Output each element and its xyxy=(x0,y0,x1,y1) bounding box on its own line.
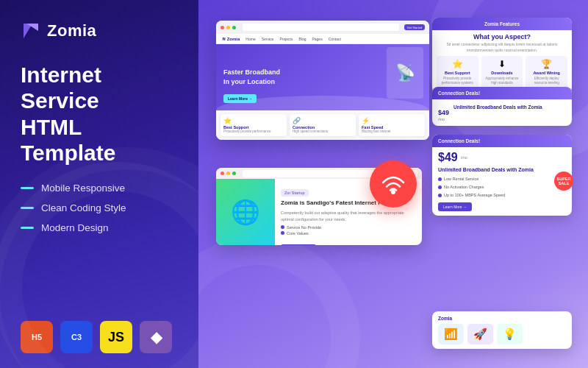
top-right-card: Zomia Features What you Aspect? Sit amet… xyxy=(432,18,572,93)
feature-item-1: Mobile Responsive xyxy=(21,183,178,194)
nav-service: Service xyxy=(262,37,274,41)
browser-url-bar xyxy=(243,24,399,31)
get-started-btn[interactable]: Get Started xyxy=(404,24,425,30)
feature-dash-3 xyxy=(21,227,34,229)
nav-projects: Projects xyxy=(279,37,293,41)
nav-blog: Blog xyxy=(298,37,306,41)
bm2-features: Service No Provide Core Values xyxy=(281,225,416,236)
bottom-icon-wifi: 📶 xyxy=(438,324,464,344)
deal2-period: /mo xyxy=(461,155,467,161)
deal2-header: Connection Deals! xyxy=(432,135,572,147)
deal1-body: $49 /mo Unlimited Broadband Deals with Z… xyxy=(432,99,572,126)
badge-html5: H5 xyxy=(21,321,53,353)
bm2-feat-dot-2 xyxy=(281,231,284,235)
mockup-logo: ≋ Zomia xyxy=(222,36,240,41)
super-sale-badge: SUPERSALE xyxy=(554,171,573,191)
bm2-dot-yellow xyxy=(226,171,230,175)
bottom-icon-rocket: 🚀 xyxy=(467,324,493,344)
logo-area: Zomia xyxy=(21,21,178,41)
card-connection: 🔗 Connection High speed connections xyxy=(290,114,356,136)
nav-home: Home xyxy=(245,37,255,41)
bm2-feat-1: Service No Provide xyxy=(281,225,416,230)
browser-mockup-main: Get Started ≋ Zomia Home Service Project… xyxy=(216,21,429,140)
trc-feat-support: ⭐ Best Support Proactively provide perfo… xyxy=(437,56,478,89)
award-icon: 🏆 xyxy=(541,59,552,69)
connection-deal-2-wrapper: Connection Deals! $49 /mo Unlimited Broa… xyxy=(432,135,572,216)
feat-dot-1 xyxy=(438,177,442,181)
bm2-dot-green xyxy=(232,171,236,175)
mockup-hero: Faster BroadbandIn your Location Learn M… xyxy=(216,44,429,110)
deal2-feat-1: Low Rental Service xyxy=(438,176,566,183)
tech-badges: H5 C3 JS ◆ xyxy=(21,314,178,353)
browser-dot-red xyxy=(220,26,224,29)
badge-css3: C3 xyxy=(60,321,93,353)
mockup-nav: ≋ Zomia Home Service Projects Blog Pages… xyxy=(216,34,429,44)
download-icon: ⬇ xyxy=(498,59,506,69)
bm2-feat-dot-1 xyxy=(281,225,284,229)
trc-title: What you Aspect? xyxy=(432,30,572,40)
deal1-period: /mo xyxy=(438,117,449,121)
deal1-price: $49 xyxy=(438,104,449,117)
bm2-image: 🌐 xyxy=(216,179,275,245)
mockup-cards-row: ⭐ Best Support Proactively provide perfo… xyxy=(216,110,429,140)
badge-bootstrap: ◆ xyxy=(140,321,172,353)
deal2-feat-2: No Activation Charges xyxy=(438,184,566,191)
trc-feat-downloads: ⬇ Downloads Appropriately enhance high s… xyxy=(481,56,523,89)
bm2-description: Competently build out adaptive quality t… xyxy=(281,210,416,222)
left-panel: Zomia Internet Service HTML Template Mob… xyxy=(0,0,198,368)
bm2-feat-2: Core Values xyxy=(281,231,416,236)
connection-deal-2: Connection Deals! $49 /mo Unlimited Broa… xyxy=(432,135,572,216)
bottom-card-icons: 📶 🚀 💡 xyxy=(438,324,566,344)
browser-dot-green xyxy=(232,26,236,29)
feature-item-3: Modern Design xyxy=(21,222,178,233)
brand-name: Zomia xyxy=(47,21,96,40)
bottom-card-header: Zomia xyxy=(438,316,566,321)
feature-item-2: Clean Coding Style xyxy=(21,202,178,213)
wifi-badge xyxy=(370,160,417,208)
nav-pages: Pages xyxy=(312,37,322,41)
badge-javascript: JS xyxy=(100,321,132,353)
feat-dot-3 xyxy=(438,194,442,197)
deal1-header: Connection Deals! xyxy=(432,87,572,99)
hero-cta-btn[interactable]: Learn More → xyxy=(223,94,257,103)
zomia-logo-icon xyxy=(21,21,41,41)
deal2-features: Low Rental Service No Activation Charges… xyxy=(438,176,566,198)
deal2-body: $49 /mo Unlimited Broadband Deals with Z… xyxy=(432,147,572,216)
bottom-icon-bulb: 💡 xyxy=(497,324,523,344)
bm2-dot-red xyxy=(220,171,224,175)
bm2-badge: Zor Startup xyxy=(281,189,309,197)
bm2-learn-more[interactable]: Learn More → xyxy=(281,244,316,245)
support-icon: ⭐ xyxy=(452,59,463,69)
features-list: Mobile Responsive Clean Coding Style Mod… xyxy=(21,183,178,233)
browser-bar: Get Started xyxy=(216,21,429,34)
svg-point-2 xyxy=(391,190,395,194)
card-support: ⭐ Best Support Proactively provide perfo… xyxy=(220,114,287,136)
feat-dot-2 xyxy=(438,185,442,189)
deal2-price: $49 xyxy=(438,152,458,163)
trc-feat-award: 🏆 Award Wining Efficiently deploy resour… xyxy=(526,56,567,89)
nav-contact: Contact xyxy=(329,37,341,41)
trc-description: Sit amet consectetur adipiscing elit deq… xyxy=(432,40,572,56)
wifi-icon xyxy=(381,171,406,197)
deal2-title: Unlimited Broadband Deals with Zomia xyxy=(438,166,566,174)
deal2-learn-more[interactable]: Learn More → xyxy=(438,202,472,211)
page-title: Internet Service HTML Template xyxy=(21,62,178,166)
browser-dot-yellow xyxy=(226,26,230,29)
connection-deal-1: Connection Deals! $49 /mo Unlimited Broa… xyxy=(432,87,572,126)
right-panel: Zomia Features What you Aspect? Sit amet… xyxy=(198,0,588,368)
hero-title: Faster BroadbandIn your Location xyxy=(223,68,422,86)
card-speed: ⚡ Fast Speed Blazing fast internet xyxy=(359,114,425,136)
screens-container: Zomia Features What you Aspect? Sit amet… xyxy=(209,13,578,355)
deal1-info: Unlimited Broadband Deals with Zomia xyxy=(453,104,566,110)
feature-dash-1 xyxy=(21,187,34,189)
bottom-card: Zomia 📶 🚀 💡 xyxy=(432,311,572,349)
deal2-feat-3: Up to 100+ MBPS Average Speed xyxy=(438,192,566,199)
feature-dash-2 xyxy=(21,207,34,209)
trc-header: Zomia Features xyxy=(432,18,572,30)
